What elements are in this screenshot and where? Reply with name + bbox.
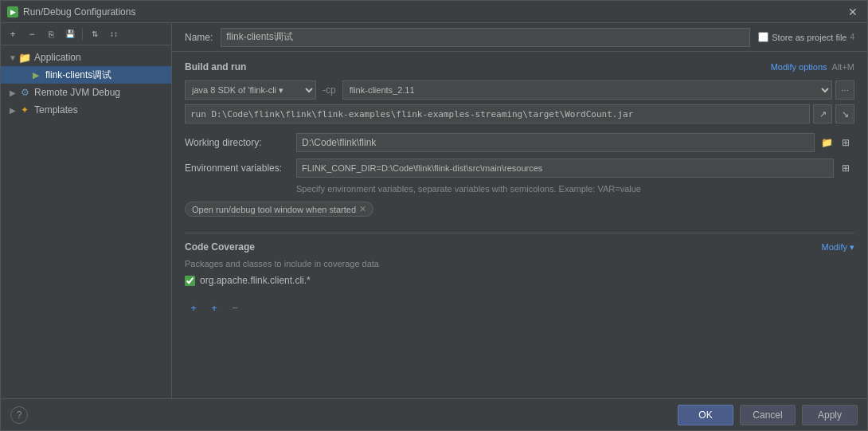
command-row: ↗ ↘ [185,104,854,123]
env-vars-input[interactable] [296,159,834,178]
help-button[interactable]: ? [10,406,28,424]
ok-label: OK [698,409,712,421]
application-label: Application [34,52,81,63]
working-dir-actions: 📁 ⊞ [818,134,854,151]
coverage-bottom-toolbar: + + − [185,296,854,319]
save-config-button[interactable]: 💾 [61,25,79,43]
help-icon: ? [17,409,22,421]
store-checkbox-area: Store as project file 4 [758,32,854,42]
expand-cp-button[interactable]: ⋯ [835,80,854,100]
remote-jvm-label: Remote JVM Debug [34,87,120,98]
flink-config-label: flink-clients调试 [45,69,111,82]
open-run-debug-label: Open run/debug tool window when started [192,205,356,214]
build-row1: java 8 SDK of 'flink-cli ▾ -cp flink-cli… [185,80,854,100]
tag-close-button[interactable]: ✕ [359,204,366,214]
store-number: 4 [850,33,854,41]
footer: ? OK Cancel Apply [1,398,867,430]
tag-area: Open run/debug tool window when started … [185,202,854,225]
cancel-button[interactable]: Cancel [740,405,796,425]
working-dir-label: Working directory: [185,137,296,148]
coverage-chevron: ▾ [850,242,854,253]
sort-button[interactable]: ⇅ [86,25,104,43]
tree-item-remote-jvm[interactable]: ▶ ⚙ Remote JVM Debug [1,84,171,101]
working-dir-browse-button[interactable]: 📁 [818,134,835,151]
titlebar: ▶ Run/Debug Configurations ✕ [1,1,867,23]
right-body: Build and run Modify options Alt+M java … [172,52,867,398]
build-run-section-header: Build and run Modify options Alt+M [185,61,854,72]
close-button[interactable]: ✕ [845,6,861,18]
arrow-icon: ▼ [7,53,18,62]
store-checkbox[interactable] [758,32,768,42]
apply-label: Apply [818,409,842,421]
run-config-icon: ▶ [29,69,42,81]
build-run-title: Build and run [185,61,246,72]
modify-options-button[interactable]: Modify options [771,62,827,72]
cancel-label: Cancel [753,409,782,421]
tree-item-templates[interactable]: ▶ ✦ Templates [1,101,171,119]
env-hint: Specify environment variables, separate … [296,184,854,194]
left-toolbar: + − ⎘ 💾 ⇅ ↕↕ [1,23,171,45]
add-config-button[interactable]: + [4,25,22,43]
coverage-remove-button[interactable]: − [226,299,244,316]
store-label: Store as project file [772,33,846,42]
expand-command-button[interactable]: ↗ [813,104,832,123]
copy-config-button[interactable]: ⎘ [42,25,60,43]
coverage-modify-button[interactable]: Modify ▾ [822,242,854,253]
folder-icon: 📁 [18,51,31,64]
templates-label: Templates [34,104,78,116]
working-dir-expand-button[interactable]: ⊞ [837,134,854,151]
coverage-checkbox-row: org.apache.flink.client.cli.* [185,275,854,286]
arrows-button[interactable]: ↕↕ [105,25,123,43]
env-vars-expand-button[interactable]: ⊞ [837,159,854,177]
cp-select[interactable]: flink-clients_2.11 [342,80,832,100]
command-input[interactable] [185,104,810,123]
arrow-icon-remote: ▶ [7,88,18,97]
command-options-button[interactable]: ↘ [835,104,854,123]
tree-view: ▼ 📁 Application ▶ flink-clients调试 ▶ ⚙ Re… [1,45,171,398]
main-content: + − ⎘ 💾 ⇅ ↕↕ ▼ 📁 Application ▶ [1,23,867,398]
left-panel: + − ⎘ 💾 ⇅ ↕↕ ▼ 📁 Application ▶ [1,23,172,398]
titlebar-title: Run/Debug Configurations [23,6,135,18]
coverage-desc: Packages and classes to include in cover… [185,259,854,268]
tree-item-flink-config[interactable]: ▶ flink-clients调试 [1,66,171,84]
footer-left: ? [10,406,28,424]
tree-item-application[interactable]: ▼ 📁 Application [1,49,171,66]
remove-config-button[interactable]: − [23,25,41,43]
coverage-modify-label: Modify [822,242,847,252]
arrow-icon-templates: ▶ [7,106,18,115]
coverage-add-folder-button[interactable]: + [205,299,223,316]
divider [185,233,854,233]
footer-right: OK Cancel Apply [678,405,858,425]
env-vars-label: Environment variables: [185,163,296,174]
right-header: Name: Store as project file 4 [172,23,867,52]
coverage-checkbox[interactable] [185,276,195,286]
modify-shortcut: Alt+M [832,62,854,72]
working-directory-row: Working directory: 📁 ⊞ [185,133,854,152]
name-input[interactable] [221,28,750,47]
name-label: Name: [185,32,213,43]
modify-options-area: Modify options Alt+M [771,62,854,72]
titlebar-left: ▶ Run/Debug Configurations [7,6,135,18]
apply-button[interactable]: Apply [802,405,858,425]
run-debug-dialog: ▶ Run/Debug Configurations ✕ + − ⎘ 💾 ⇅ ↕… [0,0,868,431]
coverage-checkbox-label: org.apache.flink.client.cli.* [200,275,311,286]
modify-options-label: Modify options [771,62,827,72]
templates-icon: ✦ [18,104,31,116]
env-vars-actions: ⊞ [837,159,854,177]
code-coverage-title: Code Coverage [185,241,255,253]
sdk-select[interactable]: java 8 SDK of 'flink-cli ▾ [185,80,316,100]
coverage-add-button[interactable]: + [185,299,202,316]
open-run-debug-tag: Open run/debug tool window when started … [185,202,373,217]
code-coverage-header: Code Coverage Modify ▾ [185,241,854,253]
working-dir-input[interactable] [296,133,815,152]
ok-button[interactable]: OK [678,405,733,425]
dialog-icon: ▶ [7,6,18,18]
toolbar-separator [82,28,83,41]
env-vars-row: Environment variables: ⊞ [185,159,854,178]
remote-jvm-icon: ⚙ [18,86,31,99]
right-panel: Name: Store as project file 4 Build and … [172,23,867,398]
dash-sep: -cp [319,84,339,96]
